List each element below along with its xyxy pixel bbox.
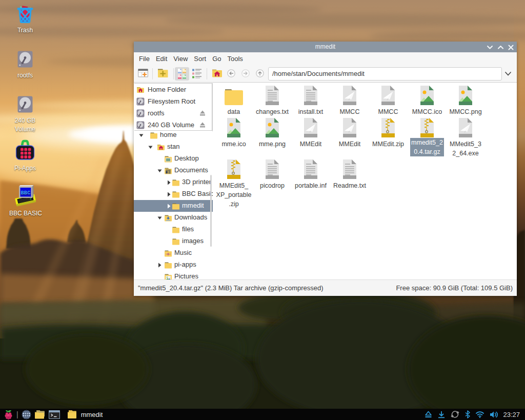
svg-text:BBC: BBC: [21, 190, 31, 196]
